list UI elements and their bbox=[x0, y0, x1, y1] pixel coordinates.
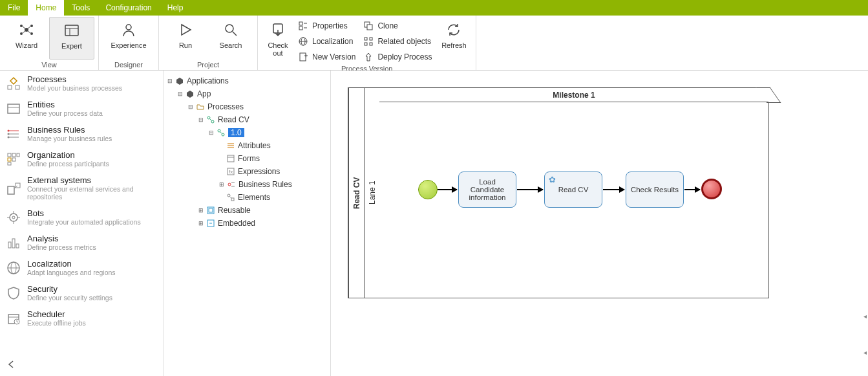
tree-forms[interactable]: Forms bbox=[167, 152, 328, 165]
nav-scheduler[interactable]: SchedulerExecute offline jobs bbox=[0, 305, 164, 331]
ribbon-properties[interactable]: Properties bbox=[298, 19, 355, 32]
menu-home[interactable]: Home bbox=[28, 0, 64, 16]
ribbon-wizard[interactable]: Wizard bbox=[4, 17, 49, 60]
lane-title[interactable]: Lane 1 bbox=[364, 88, 379, 298]
sequence-flow-3[interactable] bbox=[603, 189, 624, 190]
sequence-flow-2[interactable] bbox=[517, 189, 543, 190]
tree-brules[interactable]: ⊞ Business Rules bbox=[167, 178, 328, 191]
tree-collapse-icon[interactable]: ⊟ bbox=[167, 78, 173, 84]
milestone-header[interactable]: Milestone 1 bbox=[379, 88, 768, 102]
nav-localization[interactable]: LocalizationAdapt languages and regions bbox=[0, 255, 164, 280]
ribbon-newversion-label: New Version bbox=[312, 52, 355, 61]
entities-icon bbox=[6, 102, 21, 116]
localization-icon bbox=[298, 36, 308, 47]
tree-expressions[interactable]: fx Expressions bbox=[167, 165, 328, 178]
menu-tools[interactable]: Tools bbox=[64, 0, 98, 16]
canvas-collapse-right-icon[interactable]: ◂ bbox=[863, 313, 867, 320]
task-check-results[interactable]: Check Results bbox=[626, 171, 684, 208]
tree-processes[interactable]: ⊟ Processes bbox=[167, 100, 328, 113]
bpmn-pool[interactable]: Read CV Lane 1 Milestone 1 Load Candidat… bbox=[348, 87, 769, 298]
rules-icon bbox=[6, 127, 21, 141]
refresh-icon bbox=[445, 21, 463, 39]
canvas-collapse-left-icon[interactable]: ◂ bbox=[863, 349, 867, 356]
sequence-flow-4[interactable] bbox=[684, 189, 700, 190]
tree-expand-icon[interactable]: ⊞ bbox=[218, 182, 224, 188]
tree-reusable[interactable]: ⊞ Reusable bbox=[167, 204, 328, 217]
nav-rules-sub: Manage your business rules bbox=[27, 135, 112, 142]
ribbon-checkout[interactable]: Check out bbox=[262, 17, 294, 63]
forms-icon bbox=[226, 154, 235, 163]
svg-point-41 bbox=[8, 129, 10, 131]
tree-readcv[interactable]: ⊟ Read CV bbox=[167, 113, 328, 126]
ribbon-group-designer: Experience Designer bbox=[99, 16, 159, 70]
nav-analysis[interactable]: AnalysisDefine process metrics bbox=[0, 230, 164, 255]
svg-rect-28 bbox=[367, 25, 372, 30]
task-load-candidate[interactable]: Load Candidate information bbox=[458, 171, 516, 208]
tree-version[interactable]: ⊟ 1.0 bbox=[167, 126, 328, 139]
nav-entities[interactable]: EntitiesDefine your process data bbox=[0, 96, 164, 121]
clone-icon bbox=[363, 21, 374, 31]
tree-collapse-icon[interactable]: ⊟ bbox=[187, 104, 193, 110]
tree-applications[interactable]: ⊟ Applications bbox=[167, 74, 328, 87]
svg-point-75 bbox=[218, 129, 220, 132]
menu-file[interactable]: File bbox=[0, 0, 28, 16]
svg-point-2 bbox=[30, 25, 33, 27]
ribbon-wizard-label: Wizard bbox=[16, 41, 37, 49]
nav-organization[interactable]: OrganizationDefine process participants bbox=[0, 146, 164, 171]
nav-processes[interactable]: ProcessesModel your business processes bbox=[0, 71, 164, 96]
ribbon-run-label: Run bbox=[179, 41, 192, 49]
end-event[interactable] bbox=[701, 179, 722, 199]
nav-bots[interactable]: BotsIntegrate your automated application… bbox=[0, 205, 164, 230]
tree-app[interactable]: ⊟ App bbox=[167, 87, 328, 100]
milestone-label: Milestone 1 bbox=[553, 91, 595, 100]
ribbon-newversion[interactable]: New Version bbox=[298, 50, 355, 63]
ribbon-search[interactable]: Search bbox=[208, 17, 253, 60]
lane-body[interactable]: Load Candidate information ✿ Read CV Che… bbox=[379, 102, 768, 298]
ribbon-clone[interactable]: Clone bbox=[363, 19, 432, 32]
version-icon bbox=[217, 128, 226, 137]
svg-rect-17 bbox=[299, 22, 302, 25]
ribbon-experience[interactable]: Experience bbox=[103, 17, 154, 60]
ribbon-refresh[interactable]: Refresh bbox=[436, 17, 472, 63]
nav-security[interactable]: SecurityDefine your security settings bbox=[0, 280, 164, 305]
svg-point-85 bbox=[228, 183, 231, 186]
ribbon-deploy-label: Deploy Process bbox=[377, 52, 432, 61]
ribbon-localization[interactable]: Localization bbox=[298, 35, 355, 48]
task-check-results-label: Check Results bbox=[631, 186, 679, 194]
pool-title[interactable]: Read CV bbox=[348, 88, 364, 298]
ribbon-localization-label: Localization bbox=[312, 37, 353, 46]
svg-line-74 bbox=[210, 119, 212, 121]
svg-rect-19 bbox=[299, 27, 302, 30]
nav-security-title: Security bbox=[27, 284, 112, 294]
menu-help[interactable]: Help bbox=[160, 0, 191, 16]
search-icon bbox=[222, 21, 240, 39]
ribbon-related[interactable]: Related objects bbox=[363, 35, 432, 48]
tree-expand-icon[interactable]: ⊞ bbox=[198, 208, 204, 214]
nav-entities-sub: Define your process data bbox=[27, 109, 103, 117]
nav-rules[interactable]: Business RulesManage your business rules bbox=[0, 121, 164, 146]
diagram-canvas[interactable]: Read CV Lane 1 Milestone 1 Load Candidat… bbox=[331, 71, 868, 376]
body-row: ProcessesModel your business processes E… bbox=[0, 71, 868, 376]
ribbon-run[interactable]: Run bbox=[163, 17, 208, 60]
tree-expand-icon[interactable]: ⊞ bbox=[198, 221, 204, 227]
nav-external-systems[interactable]: External systemsConnect your external se… bbox=[0, 171, 164, 205]
svg-rect-61 bbox=[16, 244, 19, 248]
task-read-cv[interactable]: ✿ Read CV bbox=[544, 171, 602, 208]
nav-back[interactable] bbox=[0, 355, 164, 376]
svg-rect-48 bbox=[12, 158, 16, 161]
start-event[interactable] bbox=[418, 180, 438, 199]
chevron-left-icon bbox=[6, 362, 16, 371]
tree-embedded[interactable]: ⊞ Embedded bbox=[167, 217, 328, 230]
tree-collapse-icon[interactable]: ⊟ bbox=[198, 117, 204, 123]
tree-collapse-icon[interactable]: ⊟ bbox=[208, 130, 214, 136]
svg-point-72 bbox=[207, 116, 210, 119]
ribbon-expert[interactable]: Expert bbox=[49, 17, 94, 60]
ribbon-deploy[interactable]: Deploy Process bbox=[363, 50, 432, 63]
tree-collapse-icon[interactable]: ⊟ bbox=[177, 91, 183, 97]
tree-attributes[interactable]: Attributes bbox=[167, 139, 328, 152]
expert-icon bbox=[63, 21, 81, 39]
tree-elements[interactable]: Elements bbox=[167, 191, 328, 204]
menu-configuration[interactable]: Configuration bbox=[98, 0, 159, 16]
folder-icon bbox=[196, 102, 205, 111]
sequence-flow-1[interactable] bbox=[438, 189, 457, 190]
